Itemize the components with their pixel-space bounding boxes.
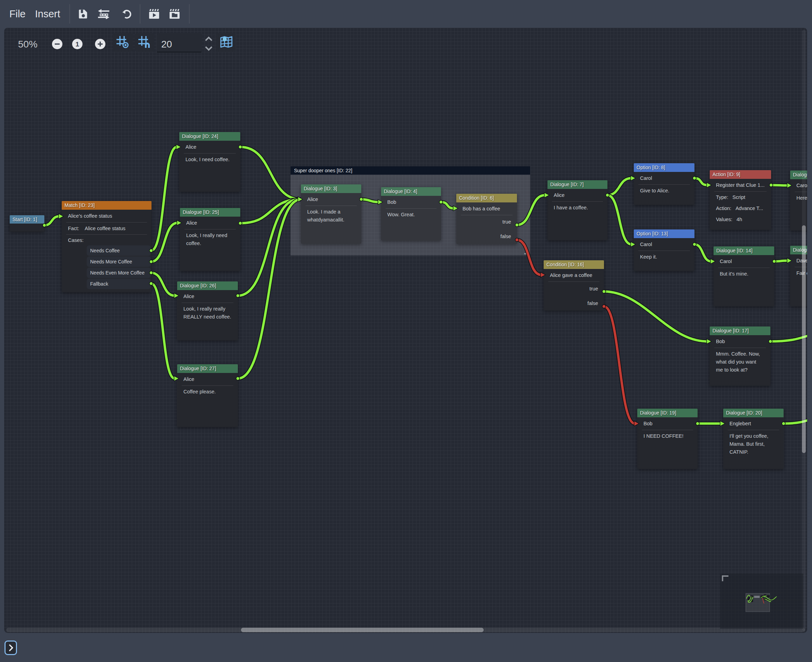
svg-text:1: 1 [76,40,79,48]
